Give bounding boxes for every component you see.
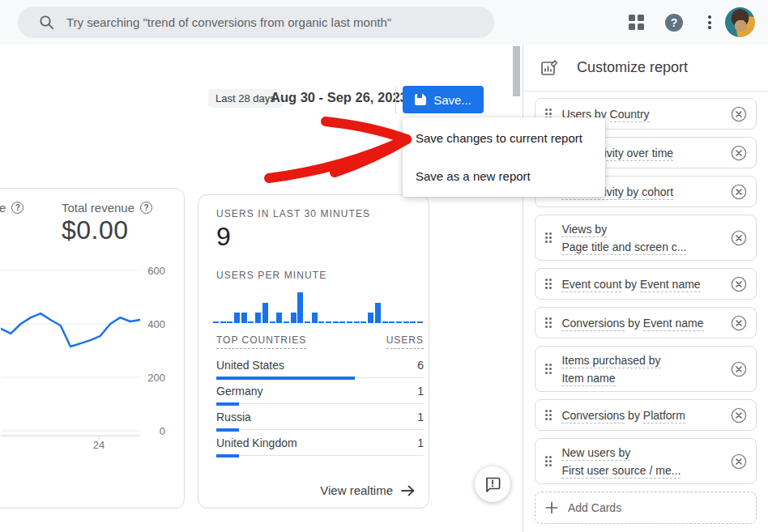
remove-card-icon[interactable] bbox=[730, 406, 748, 424]
more-vert-icon bbox=[708, 15, 711, 29]
analytics-screen: e ? Total revenue ? $0.00 600 400 200 0 … bbox=[0, 0, 768, 532]
realtime-card: USERS IN LAST 30 MINUTES 9 USERS PER MIN… bbox=[198, 194, 429, 509]
report-card-item[interactable]: Conversions by Platform bbox=[535, 399, 757, 431]
users-per-minute-chart bbox=[213, 287, 424, 323]
avatar[interactable] bbox=[725, 7, 755, 37]
users-per-minute-label: USERS PER MINUTE bbox=[216, 270, 326, 281]
minute-bar-zero bbox=[396, 321, 402, 323]
remove-card-icon[interactable] bbox=[730, 144, 748, 162]
users-30min-value: 9 bbox=[216, 222, 231, 252]
report-card-item[interactable]: Items purchased byItem name bbox=[535, 346, 757, 392]
drag-handle-icon[interactable] bbox=[545, 456, 552, 467]
top-app-bar: ? bbox=[0, 0, 768, 45]
panel-title: Customize report bbox=[577, 59, 688, 76]
save-button[interactable]: Save... bbox=[403, 86, 484, 113]
country-users: 1 bbox=[417, 385, 424, 398]
red-arrow-annotation bbox=[259, 112, 421, 186]
drag-handle-icon[interactable] bbox=[545, 410, 552, 421]
minute-bar bbox=[368, 313, 373, 323]
drag-handle-icon[interactable] bbox=[545, 364, 552, 375]
y-tick-600: 600 bbox=[141, 265, 165, 277]
add-cards-button[interactable]: Add Cards bbox=[535, 492, 757, 524]
country-bar-track bbox=[216, 429, 424, 430]
search-icon bbox=[39, 15, 54, 30]
scrollbar-thumb[interactable] bbox=[513, 46, 520, 96]
drag-handle-icon[interactable] bbox=[545, 279, 552, 290]
minute-bar-zero bbox=[333, 321, 339, 323]
country-users: 1 bbox=[417, 436, 424, 449]
remove-card-icon[interactable] bbox=[730, 360, 748, 378]
report-card-item[interactable]: Views byPage title and screen c... bbox=[535, 215, 757, 261]
minute-bar-zero bbox=[326, 321, 331, 323]
country-bar-fill bbox=[216, 454, 239, 458]
save-floppy-icon bbox=[415, 94, 426, 105]
menu-item-save-changes[interactable]: Save changes to current report bbox=[403, 119, 605, 157]
country-bar-fill bbox=[216, 402, 239, 406]
save-dropdown-menu: Save changes to current report Save as a… bbox=[403, 117, 605, 197]
minute-bar bbox=[276, 313, 282, 323]
menu-item-save-new[interactable]: Save as a new report bbox=[403, 157, 605, 195]
more-options-button[interactable] bbox=[693, 0, 726, 45]
report-card-item[interactable]: Conversions by Event name bbox=[535, 307, 757, 338]
minute-bar bbox=[312, 313, 318, 323]
feedback-button[interactable] bbox=[475, 466, 510, 502]
minute-bar-zero bbox=[389, 321, 395, 323]
minute-bar-zero bbox=[213, 321, 219, 323]
minute-bar-zero bbox=[284, 321, 289, 323]
minute-bar-zero bbox=[410, 321, 416, 323]
total-revenue-value: $0.00 bbox=[62, 215, 129, 245]
remove-card-icon[interactable] bbox=[730, 229, 748, 247]
revenue-line-chart bbox=[1, 268, 140, 441]
y-tick-200: 200 bbox=[141, 372, 165, 384]
card-label: Conversions by Event name bbox=[561, 316, 720, 330]
card-label: Views byPage title and screen c... bbox=[561, 222, 720, 254]
report-card-item[interactable]: Event count by Event name bbox=[535, 268, 757, 300]
remove-card-icon[interactable] bbox=[730, 314, 748, 332]
line-series bbox=[1, 313, 140, 347]
minute-bar-zero bbox=[361, 321, 366, 323]
minute-bar bbox=[291, 313, 297, 323]
minute-bar bbox=[234, 313, 240, 323]
save-button-label: Save... bbox=[433, 93, 471, 107]
view-realtime-label: View realtime bbox=[320, 483, 393, 497]
view-realtime-link[interactable]: View realtime bbox=[320, 483, 416, 497]
help-circle-icon[interactable]: ? bbox=[140, 202, 152, 214]
countries-column-header[interactable]: TOP COUNTRIES bbox=[216, 334, 306, 349]
x-tick-24: 24 bbox=[83, 439, 115, 451]
country-name: Germany bbox=[216, 385, 263, 398]
users-30min-label: USERS IN LAST 30 MINUTES bbox=[216, 208, 370, 219]
country-name: Russia bbox=[216, 411, 251, 423]
add-cards-label: Add Cards bbox=[568, 501, 621, 514]
card-label: Conversions by Platform bbox=[561, 408, 720, 423]
drag-handle-icon[interactable] bbox=[545, 317, 552, 329]
plus-icon bbox=[545, 501, 558, 514]
remove-card-icon[interactable] bbox=[730, 105, 748, 123]
date-range-picker[interactable]: Aug 30 - Sep 26, 2023 bbox=[271, 90, 407, 105]
users-column-header[interactable]: USERS bbox=[386, 334, 424, 349]
metrics-card: e ? Total revenue ? $0.00 600 400 200 0 … bbox=[0, 188, 185, 509]
country-bar-track bbox=[216, 377, 424, 378]
apps-grid-button[interactable] bbox=[620, 0, 652, 45]
minute-bar bbox=[241, 313, 247, 323]
report-card-item[interactable]: New users byFirst user source / me... bbox=[535, 438, 757, 484]
search-bar[interactable] bbox=[18, 6, 494, 38]
top-countries-rows: United States6Germany1Russia1United King… bbox=[216, 359, 424, 462]
minute-bar-zero bbox=[403, 321, 409, 323]
help-button[interactable]: ? bbox=[658, 0, 690, 45]
country-name: United Kingdom bbox=[216, 436, 297, 449]
country-bar-track bbox=[216, 403, 424, 404]
minute-bar-zero bbox=[270, 321, 275, 323]
minute-bar-zero bbox=[248, 321, 254, 323]
remove-card-icon[interactable] bbox=[730, 275, 748, 293]
help-icon: ? bbox=[665, 14, 683, 32]
card-label: Event count by Event name bbox=[561, 277, 720, 292]
remove-card-icon[interactable] bbox=[730, 453, 748, 470]
help-circle-icon[interactable]: ? bbox=[11, 202, 23, 214]
search-input[interactable] bbox=[66, 15, 480, 29]
drag-handle-icon[interactable] bbox=[545, 232, 552, 244]
minute-bar-zero bbox=[305, 321, 310, 323]
remove-card-icon[interactable] bbox=[730, 183, 748, 201]
country-row: United States6 bbox=[216, 359, 424, 378]
country-row: Germany1 bbox=[216, 385, 424, 404]
metric-label-text: e bbox=[0, 201, 6, 215]
